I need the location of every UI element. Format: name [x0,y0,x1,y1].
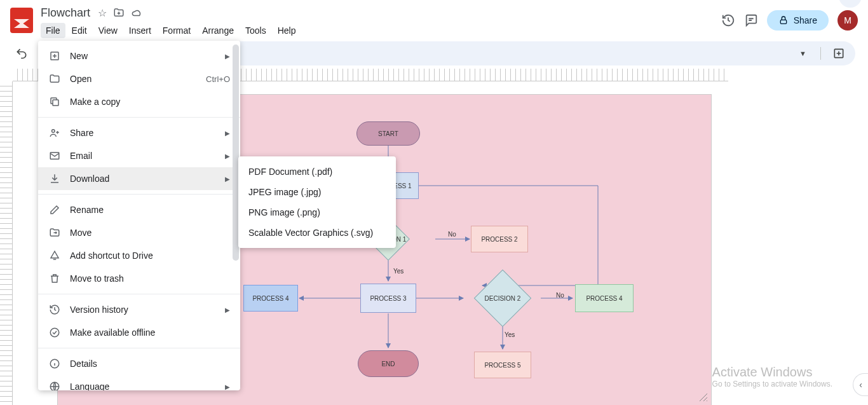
svg-rect-0 [780,20,786,24]
new-label: New [70,51,88,61]
rename-label: Rename [70,205,104,215]
menu-help[interactable]: Help [273,23,301,38]
shape-process2[interactable]: PROCESS 2 [471,226,528,252]
version-label: Version history [70,305,128,315]
download-jpg[interactable]: JPEG image (.jpg) [238,182,396,202]
menu-email[interactable]: Email ▶ [38,144,240,167]
header: Flowchart ☆ File Edit View Insert Format… [0,0,868,38]
submenu-arrow-icon: ▶ [225,383,230,390]
menu-download[interactable]: Download ▶ [38,167,240,190]
menu-view[interactable]: View [93,23,123,38]
history-icon [48,304,61,315]
menu-new[interactable]: New ▶ [38,45,240,67]
submenu-arrow-icon: ▶ [225,130,230,137]
menu-language[interactable]: Language ▶ [38,375,240,390]
svg-point-16 [52,130,55,133]
shape-process4-left[interactable]: PROCESS 4 [243,285,298,312]
menu-tools[interactable]: Tools [240,23,271,38]
comment-icon[interactable] [744,13,758,27]
download-svg[interactable]: Scalable Vector Graphics (.svg) [238,223,396,243]
submenu-arrow-icon: ▶ [225,175,230,182]
shape-process5[interactable]: PROCESS 5 [474,352,531,378]
trash-icon [48,273,61,284]
menu-separator [38,294,240,294]
shape-process3[interactable]: PROCESS 3 [360,284,416,313]
shape-start[interactable]: START [356,121,420,146]
menu-move[interactable]: Move [38,221,240,244]
email-icon [48,150,61,161]
menu-edit[interactable]: Edit [67,23,92,38]
details-label: Details [70,359,97,369]
menu-add-shortcut[interactable]: Add shortcut to Drive [38,244,240,267]
label-no-1: No [448,231,456,238]
menu-arrange[interactable]: Arrange [197,23,239,38]
shape-end[interactable]: END [358,350,419,377]
globe-icon [48,381,61,390]
title-area: Flowchart ☆ File Edit View Insert Format… [41,5,301,38]
new-icon [48,50,61,62]
menu-trash[interactable]: Move to trash [38,267,240,290]
svg-line-11 [700,394,707,401]
add-shortcut-label: Add shortcut to Drive [70,251,153,261]
process4-right-label: PROCESS 4 [586,295,622,302]
offline-icon [48,327,61,338]
star-icon[interactable]: ☆ [98,7,107,19]
menu-bar: File Edit View Insert Format Arrange Too… [41,23,301,38]
undo-icon[interactable] [13,45,31,62]
process2-label: PROCESS 2 [481,236,517,243]
toolbar-divider [820,47,821,60]
share-label: Share [70,128,93,138]
menu-make-copy[interactable]: Make a copy [38,90,240,113]
email-label: Email [70,151,92,161]
end-label: END [381,360,395,367]
shape-process4-right[interactable]: PROCESS 4 [575,284,634,312]
download-icon [48,173,61,184]
menu-file[interactable]: File [41,23,65,38]
move-folder-icon[interactable] [113,7,125,19]
share-label: Share [794,15,817,25]
process3-label: PROCESS 3 [370,295,406,302]
open-label: Open [70,74,92,84]
svg-line-12 [703,397,707,401]
language-label: Language [70,381,109,390]
menu-details[interactable]: Details [38,352,240,375]
download-label: Download [70,174,109,184]
file-menu: New ▶ Open Ctrl+O Make a copy Share ▶ Em… [38,41,240,390]
document-title[interactable]: Flowchart [41,6,90,20]
download-png[interactable]: PNG image (.png) [238,202,396,223]
offline-label: Make available offline [70,327,155,338]
vertical-ruler[interactable] [0,81,13,405]
process5-label: PROCESS 5 [484,362,520,369]
share-button[interactable]: Share [767,10,829,31]
rename-icon [48,204,61,216]
menu-separator [38,117,240,118]
dropdown-icon[interactable]: ▼ [799,50,806,57]
menu-separator [38,348,240,348]
svg-rect-15 [53,100,58,106]
history-icon[interactable] [721,13,735,27]
svg-line-13 [707,401,707,401]
menu-format[interactable]: Format [158,23,196,38]
submenu-arrow-icon: ▶ [225,306,230,313]
info-icon [48,358,61,369]
menu-open[interactable]: Open Ctrl+O [38,67,240,90]
resize-handle-icon[interactable] [698,392,709,402]
move-icon [48,227,61,238]
copy-label: Make a copy [70,97,120,107]
add-page-icon[interactable] [830,45,848,62]
cloud-status-icon[interactable] [131,7,142,19]
process4-left-label: PROCESS 4 [252,295,288,302]
copy-icon [48,96,61,107]
download-submenu: PDF Document (.pdf) JPEG image (.jpg) PN… [238,156,396,248]
app-icon[interactable] [10,8,33,33]
menu-version-history[interactable]: Version history ▶ [38,298,240,321]
menu-offline[interactable]: Make available offline [38,321,240,344]
avatar[interactable]: M [837,10,858,31]
menu-rename[interactable]: Rename [38,198,240,221]
menu-share[interactable]: Share ▶ [38,121,240,144]
windows-watermark: Activate Windows Go to Settings to activ… [712,365,832,388]
shape-decision2[interactable]: DECISION 2 [474,270,532,327]
move-label: Move [70,228,92,238]
download-pdf[interactable]: PDF Document (.pdf) [238,161,396,182]
menu-insert[interactable]: Insert [124,23,156,38]
